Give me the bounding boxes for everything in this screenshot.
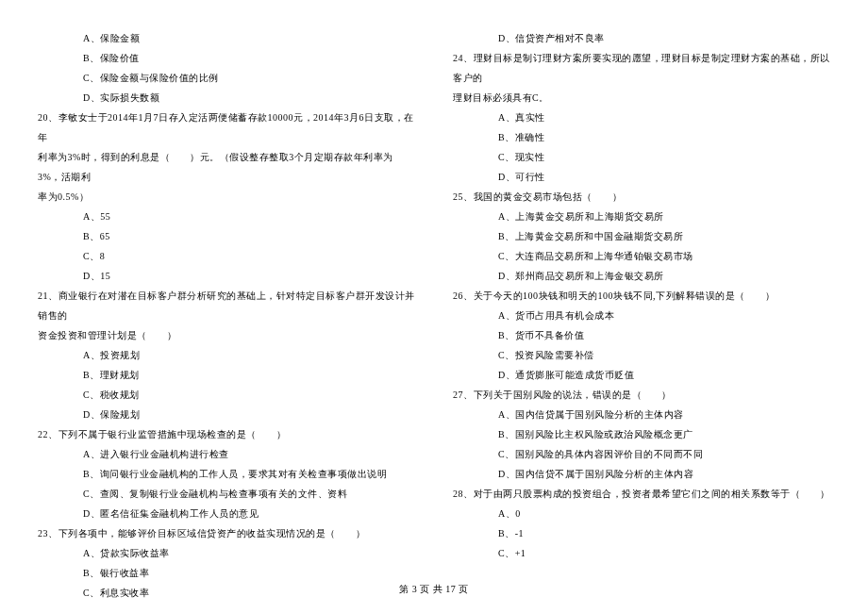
q27-option-b: B、国别风险比主权风险或政治风险概念更广 — [453, 424, 830, 444]
q25-option-d: D、郑州商品交易所和上海金银交易所 — [453, 266, 830, 286]
q28-option-a: A、0 — [453, 504, 830, 523]
q22-stem: 22、下列不属于银行业监管措施中现场检查的是（ ） — [38, 424, 415, 444]
q23-stem: 23、下列各项中，能够评价目标区域信贷资产的收益实现情况的是（ ） — [38, 523, 415, 543]
q22-option-a: A、进入银行业金融机构进行检查 — [38, 444, 415, 464]
q20-option-a: A、55 — [38, 207, 415, 226]
q25-stem: 25、我国的黄金交易市场包括（ ） — [453, 187, 830, 207]
left-column: A、保险金额 B、保险价值 C、保险金额与保险价值的比例 D、实际损失数额 20… — [38, 28, 434, 538]
q23-option-b: B、银行收益率 — [38, 563, 415, 583]
q26-option-d: D、通货膨胀可能造成货币贬值 — [453, 365, 830, 385]
q27-option-d: D、国内信贷不属于国别风险分析的主体内容 — [453, 464, 830, 484]
q20-stem-line2: 利率为3%时，得到的利息是（ ）元。（假设整存整取3个月定期存款年利率为3%，活… — [38, 147, 415, 187]
q28-option-c: C、+1 — [453, 543, 830, 563]
q27-stem: 27、下列关于国别风险的说法，错误的是（ ） — [453, 385, 830, 405]
q25-option-c: C、大连商品交易所和上海华通铂银交易市场 — [453, 246, 830, 266]
q25-option-a: A、上海黄金交易所和上海期货交易所 — [453, 207, 830, 226]
q26-option-a: A、货币占用具有机会成本 — [453, 306, 830, 325]
q21-stem-line2: 资金投资和管理计划是（ ） — [38, 325, 415, 345]
q22-option-d: D、匿名信征集金融机构工作人员的意见 — [38, 504, 415, 523]
q28-option-b: B、-1 — [453, 523, 830, 543]
right-column: D、信贷资产相对不良率 24、理财目标是制订理财方案所要实现的愿望，理财目标是制… — [434, 28, 830, 538]
q20-stem-line3: 率为0.5%） — [38, 187, 415, 207]
q19-option-b: B、保险价值 — [38, 48, 415, 68]
q26-option-c: C、投资风险需要补偿 — [453, 345, 830, 365]
q26-option-b: B、货币不具备价值 — [453, 325, 830, 345]
q24-stem-line2: 理财目标必须具有C。 — [453, 88, 830, 108]
q21-option-a: A、投资规划 — [38, 345, 415, 365]
q19-option-d: D、实际损失数额 — [38, 88, 415, 108]
q24-option-c: C、现实性 — [453, 147, 830, 167]
q22-option-c: C、查阅、复制银行业金融机构与检查事项有关的文件、资料 — [38, 484, 415, 504]
q20-option-b: B、65 — [38, 226, 415, 246]
q24-option-b: B、准确性 — [453, 127, 830, 147]
q21-option-d: D、保险规划 — [38, 405, 415, 424]
q20-option-d: D、15 — [38, 266, 415, 286]
q28-stem: 28、对于由两只股票构成的投资组合，投资者最希望它们之间的相关系数等于（ ） — [453, 484, 830, 504]
q21-stem-line1: 21、商业银行在对潜在目标客户群分析研究的基础上，针对特定目标客户群开发设计并销… — [38, 286, 415, 325]
q20-stem-line1: 20、李敏女士于2014年1月7日存入定活两便储蓄存款10000元，2014年3… — [38, 108, 415, 147]
q19-option-a: A、保险金额 — [38, 28, 415, 48]
q19-option-c: C、保险金额与保险价值的比例 — [38, 68, 415, 88]
q21-option-b: B、理财规划 — [38, 365, 415, 385]
q26-stem: 26、关于今天的100块钱和明天的100块钱不同,下列解释错误的是（ ） — [453, 286, 830, 306]
q22-option-b: B、询问银行业金融机构的工作人员，要求其对有关检查事项做出说明 — [38, 464, 415, 484]
q27-option-c: C、国别风险的具体内容因评价目的不同而不同 — [453, 444, 830, 464]
q27-option-a: A、国内信贷属于国别风险分析的主体内容 — [453, 405, 830, 424]
q24-stem-line1: 24、理财目标是制订理财方案所要实现的愿望，理财目标是制定理财方案的基础，所以客… — [453, 48, 830, 88]
q25-option-b: B、上海黄金交易所和中国金融期货交易所 — [453, 226, 830, 246]
q23-option-a: A、贷款实际收益率 — [38, 543, 415, 563]
q24-option-d: D、可行性 — [453, 167, 830, 187]
q20-option-c: C、8 — [38, 246, 415, 266]
page-footer: 第 3 页 共 17 页 — [0, 583, 868, 596]
q21-option-c: C、税收规划 — [38, 385, 415, 405]
q24-option-a: A、真实性 — [453, 108, 830, 127]
q23-option-d: D、信贷资产相对不良率 — [453, 28, 830, 48]
